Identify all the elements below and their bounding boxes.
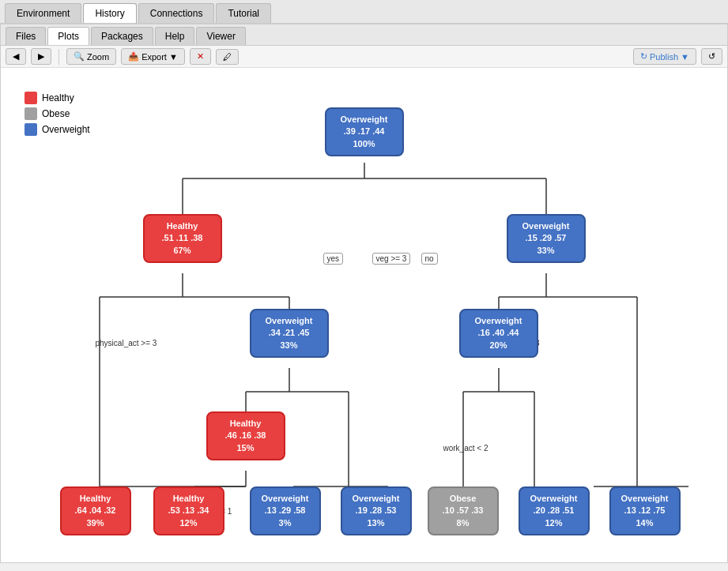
publish-button[interactable]: ↻ Publish ▼ bbox=[633, 48, 696, 65]
plot-toolbar: ◀ ▶ 🔍 Zoom 📤 Export ▼ ✕ 🖊 ↻ Publish ▼ ↺ bbox=[1, 46, 727, 68]
node-leaf5: Obese.10 .57 .338% bbox=[428, 486, 499, 535]
panel-tab-bar: Files Plots Packages Help Viewer bbox=[1, 24, 727, 46]
node-n5: Healthy.46 .16 .3815% bbox=[206, 411, 285, 460]
plot-area: Healthy Obese Overweight bbox=[1, 68, 727, 562]
export-arrow: ▼ bbox=[169, 52, 178, 62]
branch-label-condition: veg >= 3 bbox=[372, 253, 411, 265]
tab-help[interactable]: Help bbox=[155, 27, 195, 45]
branch-label-no: no bbox=[421, 253, 438, 265]
tab-viewer[interactable]: Viewer bbox=[196, 27, 245, 45]
publish-label: Publish bbox=[650, 52, 678, 62]
brush-button[interactable]: 🖊 bbox=[216, 49, 239, 65]
clear-button[interactable]: ✕ bbox=[190, 48, 211, 65]
node-root: Overweight.39 .17 .44100% bbox=[325, 107, 404, 156]
main-panel: Files Plots Packages Help Viewer ◀ ▶ 🔍 Z… bbox=[0, 24, 728, 563]
zoom-button[interactable]: 🔍 Zoom bbox=[66, 48, 116, 65]
zoom-icon: 🔍 bbox=[74, 51, 85, 62]
tab-plots[interactable]: Plots bbox=[47, 27, 89, 45]
export-button[interactable]: 📤 Export ▼ bbox=[121, 48, 185, 65]
forward-button[interactable]: ▶ bbox=[31, 48, 51, 65]
node-n4: Overweight.16 .40 .4420% bbox=[459, 309, 538, 358]
publish-icon: ↻ bbox=[640, 51, 647, 62]
zoom-label: Zoom bbox=[87, 52, 109, 62]
condition-label-work2: work_act < 2 bbox=[443, 444, 488, 453]
tab-tutorial[interactable]: Tutorial bbox=[216, 3, 271, 23]
node-n2: Overweight.15 .29 .5733% bbox=[507, 214, 586, 263]
tab-files[interactable]: Files bbox=[6, 27, 46, 45]
node-leaf2: Healthy.53 .13 .3412% bbox=[153, 486, 224, 535]
tab-history[interactable]: History bbox=[83, 3, 136, 23]
node-n1: Healthy.51 .11 .3867% bbox=[143, 214, 222, 263]
tab-packages[interactable]: Packages bbox=[91, 27, 153, 45]
tab-connections[interactable]: Connections bbox=[138, 3, 215, 23]
tab-environment[interactable]: Environment bbox=[5, 3, 81, 23]
node-leaf1: Healthy.64 .04 .3239% bbox=[60, 486, 131, 535]
publish-arrow: ▼ bbox=[681, 52, 689, 62]
decision-tree: yes veg >= 3 no physical_act >= 3 physic… bbox=[25, 84, 704, 562]
condition-label-phys3: physical_act >= 3 bbox=[96, 339, 157, 347]
export-label: Export bbox=[141, 52, 167, 62]
refresh-button[interactable]: ↺ bbox=[701, 48, 722, 65]
toolbar-right: ↻ Publish ▼ ↺ bbox=[633, 48, 722, 65]
node-leaf4: Overweight.19 .28 .5313% bbox=[341, 486, 412, 535]
node-leaf6: Overweight.20 .28 .5112% bbox=[519, 486, 590, 535]
node-leaf7: Overweight.13 .12 .7514% bbox=[609, 486, 681, 535]
node-n3: Overweight.34 .21 .4533% bbox=[250, 309, 329, 358]
top-tab-bar: Environment History Connections Tutorial bbox=[0, 0, 728, 24]
branch-label-yes: yes bbox=[323, 253, 344, 265]
export-icon: 📤 bbox=[128, 51, 139, 62]
back-button[interactable]: ◀ bbox=[6, 48, 26, 65]
toolbar-separator bbox=[58, 49, 59, 65]
node-leaf3: Overweight.13 .29 .583% bbox=[250, 486, 321, 535]
